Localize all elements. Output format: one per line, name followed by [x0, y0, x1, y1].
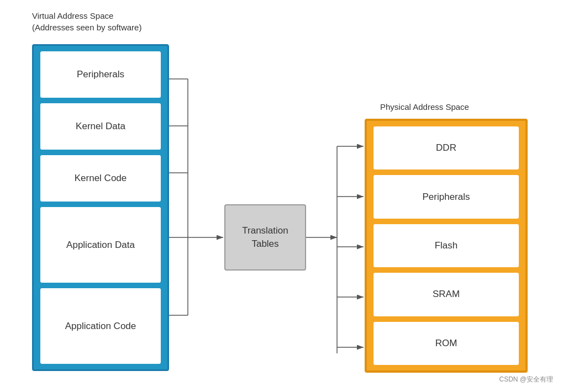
- phys-block-ddr: DDR: [373, 126, 519, 169]
- virtual-address-label: Virtual Address Space (Addresses seen by…: [32, 10, 141, 33]
- virt-block-app-data: Application Data: [40, 207, 161, 283]
- virt-block-app-code: Application Code: [40, 288, 161, 364]
- physical-address-label: Physical Address Space: [380, 102, 469, 112]
- virtual-column: Peripherals Kernel Data Kernel Code Appl…: [32, 44, 169, 371]
- virt-block-kernel-data: Kernel Data: [40, 103, 161, 150]
- phys-block-rom: ROM: [373, 322, 519, 365]
- phys-block-flash: Flash: [373, 224, 519, 267]
- phys-block-sram: SRAM: [373, 273, 519, 316]
- translation-tables-box: TranslationTables: [224, 204, 306, 271]
- virt-block-peripherals: Peripherals: [40, 51, 161, 98]
- diagram: Virtual Address Space (Addresses seen by…: [0, 0, 563, 392]
- physical-column: DDR Peripherals Flash SRAM ROM: [365, 119, 528, 373]
- phys-block-peripherals: Peripherals: [373, 175, 519, 218]
- virt-block-kernel-code: Kernel Code: [40, 155, 161, 202]
- watermark: CSDN @安全有理: [499, 375, 553, 384]
